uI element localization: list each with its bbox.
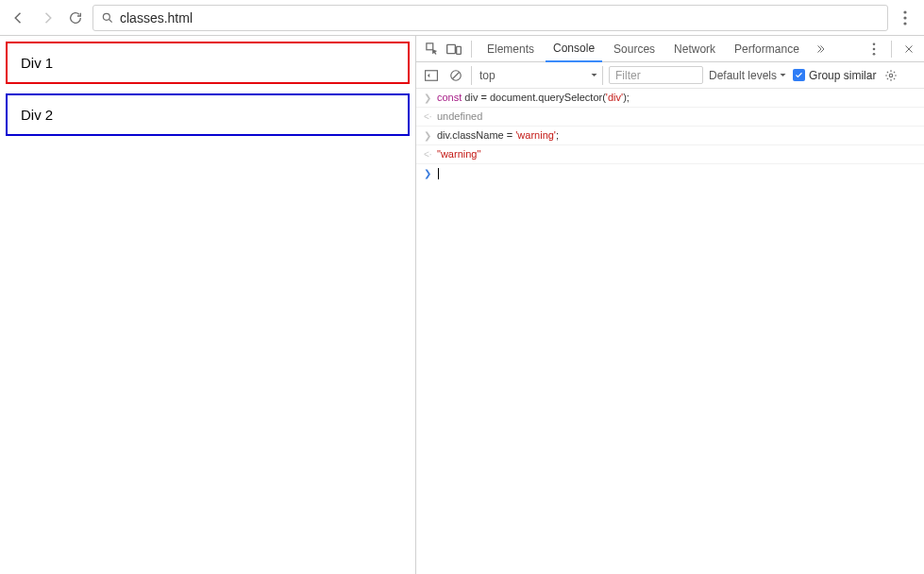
div-2: Div 2 xyxy=(6,93,410,136)
group-similar-label: Group similar xyxy=(809,69,876,82)
svg-point-10 xyxy=(873,52,876,55)
group-similar-toggle[interactable]: Group similar xyxy=(793,69,876,82)
divider xyxy=(471,41,472,58)
tab-performance[interactable]: Performance xyxy=(727,36,807,62)
inspect-element-icon[interactable] xyxy=(422,40,441,59)
console-context-select[interactable]: top xyxy=(471,66,603,85)
reload-button[interactable] xyxy=(64,7,87,29)
search-icon xyxy=(101,11,114,25)
devtools-panel: Elements Console Sources Network Perform… xyxy=(415,36,924,574)
svg-point-3 xyxy=(903,16,906,19)
clear-console-icon[interactable] xyxy=(446,66,465,85)
checkbox-checked-icon xyxy=(793,69,805,81)
console-code: const div = document.querySelector('div'… xyxy=(437,89,630,106)
log-levels-label: Default levels xyxy=(709,69,777,82)
svg-rect-5 xyxy=(426,43,432,50)
output-marker-icon: <· xyxy=(424,146,437,163)
chevron-down-icon xyxy=(590,71,598,79)
console-input-line: ❯ div.className = 'warning'; xyxy=(416,127,924,145)
svg-point-14 xyxy=(890,74,894,77)
svg-point-0 xyxy=(103,13,109,20)
svg-rect-6 xyxy=(447,44,456,53)
tab-network[interactable]: Network xyxy=(666,36,723,62)
tab-console[interactable]: Console xyxy=(546,36,602,62)
page-viewport: Div 1 Div 2 xyxy=(0,36,415,574)
svg-point-9 xyxy=(873,47,876,50)
prompt-marker-icon: ❯ xyxy=(424,165,437,182)
main-area: Div 1 Div 2 Elements Console Sources Net… xyxy=(0,36,924,574)
svg-rect-7 xyxy=(457,46,462,54)
div-1: Div 1 xyxy=(6,42,410,84)
console-caret xyxy=(437,164,439,181)
input-marker-icon: ❯ xyxy=(424,127,437,144)
divider xyxy=(891,41,892,58)
svg-rect-11 xyxy=(426,70,438,80)
console-prompt[interactable]: ❯ xyxy=(416,164,924,182)
console-sidebar-toggle-icon[interactable] xyxy=(422,66,441,85)
tab-sources[interactable]: Sources xyxy=(606,36,663,62)
output-marker-icon: <· xyxy=(424,109,437,126)
input-marker-icon: ❯ xyxy=(424,90,437,107)
devtools-menu-icon[interactable] xyxy=(865,40,883,59)
console-toolbar: top Filter Default levels Group similar xyxy=(416,62,924,89)
browser-toolbar: classes.html xyxy=(0,0,924,36)
close-devtools-icon[interactable] xyxy=(899,40,918,59)
console-context-value: top xyxy=(479,69,496,82)
svg-line-1 xyxy=(109,19,112,22)
devtools-tabs: Elements Console Sources Network Perform… xyxy=(416,36,924,62)
console-output-line: <· "warning" xyxy=(416,145,924,164)
console-input-line: ❯ const div = document.querySelector('di… xyxy=(416,89,924,108)
console-code: div.className = 'warning'; xyxy=(437,127,559,144)
log-levels-select[interactable]: Default levels xyxy=(709,69,787,82)
console-output-line: <· undefined xyxy=(416,108,924,127)
address-bar[interactable]: classes.html xyxy=(92,5,888,31)
back-button[interactable] xyxy=(8,7,30,29)
filter-placeholder: Filter xyxy=(615,69,641,82)
console-result: "warning" xyxy=(437,145,480,162)
tab-elements[interactable]: Elements xyxy=(479,36,542,62)
device-toolbar-icon[interactable] xyxy=(445,40,463,59)
svg-point-2 xyxy=(903,10,906,13)
svg-point-4 xyxy=(903,22,906,25)
console-result: undefined xyxy=(437,108,482,125)
svg-point-8 xyxy=(873,42,876,45)
console-output[interactable]: ❯ const div = document.querySelector('di… xyxy=(416,89,924,574)
svg-line-13 xyxy=(453,72,460,78)
console-filter-input[interactable]: Filter xyxy=(609,66,703,84)
more-tabs-icon[interactable] xyxy=(811,40,830,59)
url-text: classes.html xyxy=(120,10,193,25)
browser-menu-button[interactable] xyxy=(894,7,916,29)
console-settings-icon[interactable] xyxy=(882,66,900,85)
forward-button[interactable] xyxy=(36,7,59,29)
